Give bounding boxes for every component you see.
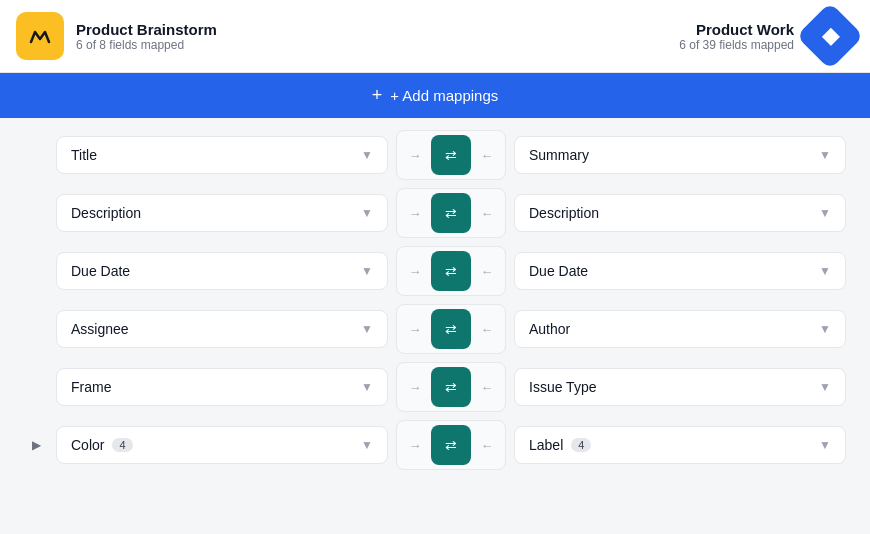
left-arrow-button[interactable]: → [401,137,429,173]
left-app-subtitle: 6 of 8 fields mapped [76,38,217,52]
right-arrow-button[interactable]: ← [473,369,501,405]
right-field-label: Label [529,437,563,453]
right-field-label: Summary [529,147,589,163]
chevron-down-icon: ▼ [819,148,831,162]
left-arrow-button[interactable]: → [401,427,429,463]
sync-button[interactable]: ⇄ [431,251,471,291]
right-field-select-due-date[interactable]: Due Date ▼ [514,252,846,290]
right-field-label: Author [529,321,570,337]
sync-button[interactable]: ⇄ [431,367,471,407]
left-field-select-frame[interactable]: Frame ▼ [56,368,388,406]
svg-rect-0 [26,22,54,50]
mapping-row: Due Date ▼ → ⇄ ← Due Date ▼ [24,246,846,296]
header-left: Product Brainstorm 6 of 8 fields mapped [16,12,217,60]
sync-button[interactable]: ⇄ [431,135,471,175]
right-field-select-assignee[interactable]: Author ▼ [514,310,846,348]
left-arrow-button[interactable]: → [401,253,429,289]
direction-controls-due-date: → ⇄ ← [396,246,506,296]
chevron-down-icon: ▼ [819,438,831,452]
chevron-down-icon: ▼ [819,380,831,394]
right-field-badge: 4 [571,438,591,452]
right-arrow-button[interactable]: ← [473,137,501,173]
chevron-down-icon: ▼ [361,380,373,394]
chevron-down-icon: ▼ [361,148,373,162]
left-arrow-button[interactable]: → [401,311,429,347]
left-field-label: Description [71,205,141,221]
mappings-list: Title ▼ → ⇄ ← Summary ▼ [0,118,870,482]
mapping-row: Frame ▼ → ⇄ ← Issue Type ▼ [24,362,846,412]
plus-icon: + [372,85,383,106]
left-field-select-assignee[interactable]: Assignee ▼ [56,310,388,348]
left-field-badge: 4 [112,438,132,452]
right-app-title: Product Work [679,21,794,38]
sync-button[interactable]: ⇄ [431,425,471,465]
right-field-label: Due Date [529,263,588,279]
mapping-row: Title ▼ → ⇄ ← Summary ▼ [24,130,846,180]
direction-controls-title: → ⇄ ← [396,130,506,180]
direction-controls-description: → ⇄ ← [396,188,506,238]
left-field-select-color[interactable]: Color 4 ▼ [56,426,388,464]
left-field-select-title[interactable]: Title ▼ [56,136,388,174]
mapping-row: Assignee ▼ → ⇄ ← Author ▼ [24,304,846,354]
chevron-down-icon: ▼ [819,322,831,336]
chevron-right-icon: ▶ [32,438,41,452]
chevron-down-icon: ▼ [361,322,373,336]
right-arrow-button[interactable]: ← [473,311,501,347]
direction-controls-assignee: → ⇄ ← [396,304,506,354]
right-arrow-button[interactable]: ← [473,195,501,231]
jira-logo: ◆ [796,2,864,70]
left-arrow-button[interactable]: → [401,195,429,231]
right-field-select-title[interactable]: Summary ▼ [514,136,846,174]
right-app-subtitle: 6 of 39 fields mapped [679,38,794,52]
left-field-label: Frame [71,379,111,395]
right-app-info: Product Work 6 of 39 fields mapped [679,21,794,52]
left-field-label: Title [71,147,97,163]
left-app-title: Product Brainstorm [76,21,217,38]
left-field-label: Due Date [71,263,130,279]
mapping-row: Description ▼ → ⇄ ← Description ▼ [24,188,846,238]
expand-button[interactable]: ▶ [24,433,48,457]
add-mappings-label: + Add mappings [390,87,498,104]
chevron-down-icon: ▼ [361,438,373,452]
right-field-label: Description [529,205,599,221]
add-mappings-bar: + + Add mappings [0,73,870,118]
chevron-down-icon: ▼ [361,206,373,220]
mapping-row: ▶ Color 4 ▼ → ⇄ ← Label 4 [24,420,846,470]
add-mappings-button[interactable]: + + Add mappings [372,85,499,106]
left-field-select-due-date[interactable]: Due Date ▼ [56,252,388,290]
right-arrow-button[interactable]: ← [473,253,501,289]
left-field-label: Color [71,437,104,453]
left-field-select-description[interactable]: Description ▼ [56,194,388,232]
right-field-label: Issue Type [529,379,596,395]
left-app-info: Product Brainstorm 6 of 8 fields mapped [76,21,217,52]
right-field-select-description[interactable]: Description ▼ [514,194,846,232]
header-right: Product Work 6 of 39 fields mapped ◆ [679,12,854,60]
header: Product Brainstorm 6 of 8 fields mapped … [0,0,870,73]
right-field-select-color[interactable]: Label 4 ▼ [514,426,846,464]
direction-controls-frame: → ⇄ ← [396,362,506,412]
left-arrow-button[interactable]: → [401,369,429,405]
sync-button[interactable]: ⇄ [431,309,471,349]
right-field-select-frame[interactable]: Issue Type ▼ [514,368,846,406]
left-field-label: Assignee [71,321,129,337]
makelog-logo [16,12,64,60]
chevron-down-icon: ▼ [361,264,373,278]
chevron-down-icon: ▼ [819,206,831,220]
sync-button[interactable]: ⇄ [431,193,471,233]
direction-controls-color: → ⇄ ← [396,420,506,470]
right-arrow-button[interactable]: ← [473,427,501,463]
chevron-down-icon: ▼ [819,264,831,278]
